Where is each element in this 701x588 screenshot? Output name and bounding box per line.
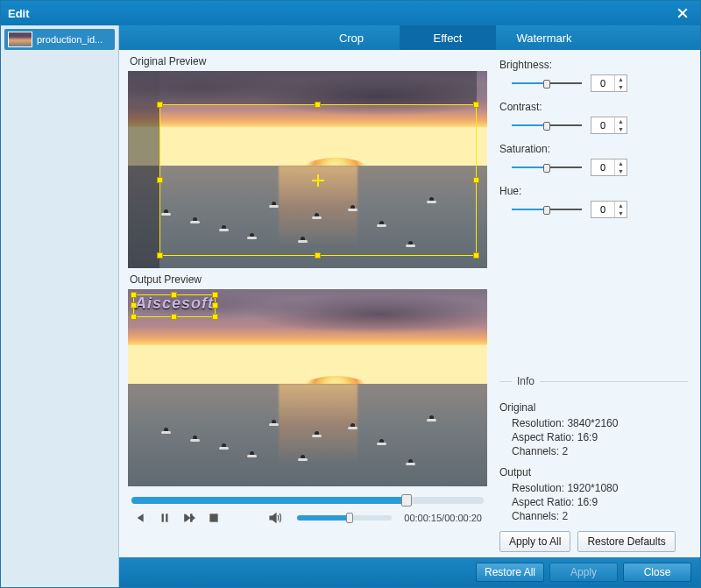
file-thumb xyxy=(8,32,32,47)
apply-to-all-button[interactable]: Apply to All xyxy=(499,531,570,552)
file-label: production_id... xyxy=(37,34,103,45)
contrast-spinner[interactable]: ▲▼ xyxy=(591,117,627,134)
restore-defaults-button[interactable]: Restore Defaults xyxy=(577,531,675,552)
output-preview-label: Output Preview xyxy=(128,268,487,289)
hue-label: Hue: xyxy=(499,185,688,197)
svg-rect-0 xyxy=(210,514,218,521)
titlebar: Edit xyxy=(1,1,700,25)
watermark-rectangle[interactable] xyxy=(133,294,216,317)
hue-spinner[interactable]: ▲▼ xyxy=(591,201,627,218)
spin-up-icon[interactable]: ▲ xyxy=(615,75,627,83)
edit-window: Edit production_id... Crop Effect Waterm… xyxy=(0,0,701,588)
brightness-label: Brightness: xyxy=(499,59,688,71)
spin-up-icon[interactable]: ▲ xyxy=(615,159,627,167)
spin-down-icon[interactable]: ▼ xyxy=(615,125,627,133)
spin-up-icon[interactable]: ▲ xyxy=(615,117,627,125)
tab-watermark[interactable]: Watermark xyxy=(496,25,592,50)
tab-bar: Crop Effect Watermark xyxy=(119,25,700,50)
window-title: Edit xyxy=(8,7,30,20)
brightness-input[interactable] xyxy=(591,75,614,91)
spin-down-icon[interactable]: ▼ xyxy=(615,83,627,91)
tab-effect[interactable]: Effect xyxy=(400,25,496,50)
contrast-input[interactable] xyxy=(591,117,614,133)
brightness-slider[interactable] xyxy=(512,78,582,89)
output-preview[interactable]: Aiscesoft xyxy=(128,289,487,486)
spin-down-icon[interactable]: ▼ xyxy=(615,209,627,217)
timeline-slider[interactable] xyxy=(131,497,484,504)
info-panel: Info Original Resolution: 3840*2160 Aspe… xyxy=(499,372,688,552)
info-original-header: Original xyxy=(499,401,688,414)
apply-button[interactable]: Apply xyxy=(549,563,618,582)
timecode: 00:00:15/00:00:20 xyxy=(404,513,482,523)
prev-icon[interactable] xyxy=(133,511,145,525)
saturation-spinner[interactable]: ▲▼ xyxy=(591,159,627,176)
spin-down-icon[interactable]: ▼ xyxy=(615,167,627,175)
saturation-slider[interactable] xyxy=(512,162,582,173)
saturation-input[interactable] xyxy=(591,159,614,175)
close-button[interactable]: Close xyxy=(623,563,691,582)
close-icon[interactable] xyxy=(672,4,693,22)
file-sidebar: production_id... xyxy=(1,25,119,587)
sidebar-item-file[interactable]: production_id... xyxy=(4,29,115,50)
volume-icon[interactable] xyxy=(269,511,281,525)
crop-rectangle[interactable] xyxy=(159,104,477,256)
hue-slider[interactable] xyxy=(512,204,582,215)
spin-up-icon[interactable]: ▲ xyxy=(615,202,627,209)
next-icon[interactable] xyxy=(183,511,195,525)
saturation-label: Saturation: xyxy=(499,143,688,155)
original-preview[interactable] xyxy=(128,71,487,268)
info-title: Info xyxy=(512,375,540,387)
original-preview-label: Original Preview xyxy=(128,50,487,71)
restore-all-button[interactable]: Restore All xyxy=(476,563,544,582)
crosshair-icon xyxy=(312,174,324,187)
contrast-label: Contrast: xyxy=(499,101,688,113)
volume-slider[interactable] xyxy=(297,515,392,521)
tab-crop[interactable]: Crop xyxy=(303,25,400,50)
info-output-header: Output xyxy=(499,466,688,478)
contrast-slider[interactable] xyxy=(512,120,582,131)
pause-icon[interactable] xyxy=(158,511,170,525)
footer-bar: Restore All Apply Close xyxy=(119,557,700,587)
stop-icon[interactable] xyxy=(208,511,220,525)
brightness-spinner[interactable]: ▲▼ xyxy=(591,74,627,92)
hue-input[interactable] xyxy=(591,202,614,217)
